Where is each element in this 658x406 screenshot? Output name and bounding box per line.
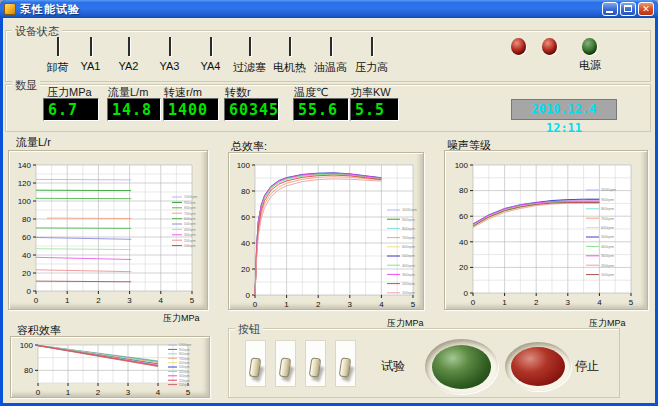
toggle-switch-1[interactable]	[245, 340, 266, 387]
svg-text:600rpm: 600rpm	[601, 226, 614, 230]
power-led	[582, 38, 597, 55]
svg-text:800rpm: 800rpm	[184, 206, 196, 210]
svg-text:60: 60	[459, 212, 468, 221]
flow-chart-svg: 0123450204060801001201401000rpm900rpm800…	[9, 151, 209, 311]
noise-chart-svg: 0123450204060801001000rpm900rpm800rpm700…	[445, 151, 649, 311]
svg-text:0: 0	[464, 289, 469, 298]
svg-text:60: 60	[241, 213, 250, 222]
svg-text:900rpm: 900rpm	[402, 218, 415, 222]
svg-text:1000rpm: 1000rpm	[179, 343, 192, 347]
svg-text:20: 20	[241, 265, 250, 274]
svg-text:100rpm: 100rpm	[601, 273, 614, 277]
svg-text:120: 120	[18, 179, 32, 188]
stop-button-label: 停止	[575, 358, 599, 375]
efficiency-chart-svg: 0123450204060801001000rpm900rpm800rpm700…	[229, 153, 425, 311]
indicator-ya2: YA2	[106, 38, 151, 72]
svg-text:200rpm: 200rpm	[601, 264, 614, 268]
svg-text:200rpm: 200rpm	[402, 282, 415, 286]
svg-text:5: 5	[411, 300, 416, 309]
stop-button[interactable]	[505, 342, 571, 391]
app-icon	[4, 3, 16, 15]
alarm-led-1	[511, 38, 526, 55]
svg-text:1000rpm: 1000rpm	[184, 195, 198, 199]
svg-text:3: 3	[566, 298, 571, 307]
svg-text:900rpm: 900rpm	[601, 198, 614, 202]
pressure-value: 6.7	[43, 98, 99, 121]
svg-text:600rpm: 600rpm	[184, 217, 196, 221]
svg-text:3: 3	[348, 300, 353, 309]
speed-value: 1400	[163, 98, 219, 121]
svg-text:2: 2	[316, 300, 321, 309]
svg-text:1: 1	[65, 296, 70, 305]
svg-text:0: 0	[27, 287, 32, 296]
svg-text:100rpm: 100rpm	[402, 291, 415, 295]
alarm-led-2	[542, 38, 557, 55]
volumetric-chart-panel: 012345801001000rpm900rpm800rpm700rpm600r…	[10, 336, 210, 398]
svg-text:500rpm: 500rpm	[184, 222, 196, 226]
window-title: 泵性能试验	[20, 2, 80, 17]
svg-text:200rpm: 200rpm	[179, 379, 190, 383]
svg-text:800rpm: 800rpm	[601, 207, 614, 211]
svg-text:0: 0	[36, 388, 41, 397]
svg-text:40: 40	[22, 251, 31, 260]
svg-text:4: 4	[379, 300, 384, 309]
svg-text:300rpm: 300rpm	[402, 273, 415, 277]
close-icon[interactable]	[638, 2, 654, 16]
flow-chart-title: 流量L/r	[16, 135, 51, 150]
svg-text:900rpm: 900rpm	[184, 201, 196, 205]
svg-text:4: 4	[159, 296, 164, 305]
toggle-switch-4[interactable]	[335, 340, 356, 387]
indicator-pressure-high: 压力高	[349, 38, 394, 75]
filter-clog-led	[249, 37, 251, 56]
noise-chart-panel: 0123450204060801001000rpm900rpm800rpm700…	[444, 150, 648, 310]
svg-text:500rpm: 500rpm	[601, 235, 614, 239]
svg-text:2: 2	[96, 296, 101, 305]
pressure-high-led	[371, 37, 373, 56]
svg-text:800rpm: 800rpm	[402, 227, 415, 231]
client-area: 设备状态 卸荷 YA1 YA2 YA3 YA4 过滤塞 电机热 油温高 压力高 …	[3, 18, 655, 403]
green-button-icon	[432, 345, 492, 389]
motor-hot-led	[289, 37, 291, 56]
titlebar: 泵性能试验	[0, 0, 658, 18]
svg-text:400rpm: 400rpm	[601, 245, 614, 249]
device-status-label: 设备状态	[12, 24, 62, 39]
red-button-icon	[511, 347, 565, 386]
maximize-icon[interactable]	[620, 2, 636, 16]
indicator-filter-clog: 过滤塞	[227, 38, 272, 75]
svg-text:20: 20	[22, 269, 31, 278]
svg-text:1000rpm: 1000rpm	[402, 208, 417, 212]
svg-text:400rpm: 400rpm	[179, 370, 190, 374]
indicator-oil-temp-high: 油温高	[308, 38, 353, 75]
ya1-led	[90, 37, 92, 56]
indicator-ya3: YA3	[147, 38, 192, 72]
flow-value: 14.8	[107, 98, 161, 121]
svg-text:0: 0	[34, 296, 39, 305]
svg-text:800rpm: 800rpm	[179, 352, 190, 356]
revolutions-value: 60345	[224, 98, 279, 121]
svg-text:5: 5	[186, 388, 191, 397]
svg-text:0: 0	[253, 300, 258, 309]
flow-chart-xlabel: 压力MPa	[163, 312, 200, 325]
toggle-switch-2[interactable]	[275, 340, 296, 387]
efficiency-chart-panel: 0123450204060801001000rpm900rpm800rpm700…	[228, 152, 424, 310]
svg-text:400rpm: 400rpm	[402, 264, 415, 268]
ya4-led	[210, 37, 212, 56]
svg-text:5: 5	[190, 296, 195, 305]
svg-text:80: 80	[24, 366, 33, 375]
minimize-icon[interactable]	[602, 2, 618, 16]
svg-text:0: 0	[246, 291, 251, 300]
svg-text:700rpm: 700rpm	[184, 212, 196, 216]
svg-text:4: 4	[597, 298, 602, 307]
svg-text:80: 80	[22, 215, 31, 224]
svg-text:40: 40	[241, 239, 250, 248]
test-button[interactable]	[425, 339, 498, 394]
toggle-switch-3[interactable]	[305, 340, 326, 387]
ya3-led	[169, 37, 171, 56]
unload-led	[57, 37, 59, 56]
svg-text:500rpm: 500rpm	[179, 365, 190, 369]
buttons-group-label: 按钮	[235, 322, 263, 337]
svg-text:100: 100	[20, 341, 34, 350]
svg-text:100rpm: 100rpm	[179, 383, 190, 387]
svg-text:1: 1	[284, 300, 289, 309]
svg-text:2: 2	[96, 388, 101, 397]
